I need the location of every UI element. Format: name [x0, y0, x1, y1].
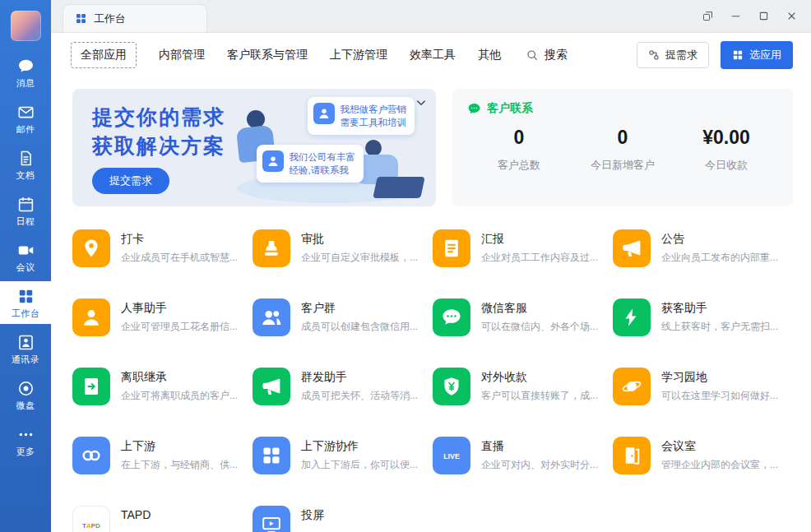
app-desc: 企业可将离职成员的客户... — [121, 389, 238, 403]
app-item-supply-chain-collab[interactable]: 上下游协作加入上下游后，你可以便... — [253, 437, 433, 474]
request-button[interactable]: 提需求 — [637, 42, 709, 68]
app-item-report[interactable]: 汇报企业对员工工作内容及过... — [433, 229, 613, 267]
sidebar-item-mail[interactable]: 邮件 — [0, 97, 51, 140]
app-desc: 管理企业内部的会议室，... — [661, 458, 778, 472]
app-text: 公告企业向员工发布的内部重... — [661, 229, 778, 267]
select-app-button[interactable]: 选应用 — [721, 41, 793, 69]
stat-new-customers[interactable]: 0今日新增客户 — [571, 127, 674, 173]
app-item-supply-chain[interactable]: 上下游在上下游，与经销商、供... — [72, 437, 253, 474]
submit-request-button[interactable]: 提交需求 — [92, 168, 169, 194]
doc-transfer-icon — [72, 368, 110, 405]
close-icon[interactable] — [778, 3, 804, 28]
people-icon — [253, 298, 290, 336]
stat-total-customers[interactable]: 0客户总数 — [467, 127, 571, 173]
megaphone-icon — [253, 368, 290, 405]
filter-tab-internal-management[interactable]: 内部管理 — [159, 48, 205, 62]
avatar[interactable] — [11, 11, 41, 41]
minimize-icon[interactable] — [722, 3, 748, 28]
search-icon — [526, 49, 539, 62]
megaphone-icon — [613, 229, 651, 267]
popout-icon[interactable] — [694, 3, 721, 28]
stat-value: 0 — [571, 127, 674, 149]
app-item-screen-cast[interactable]: 投屏 — [253, 506, 433, 532]
tab-workbench[interactable]: 工作台 — [63, 4, 207, 32]
app-item-payment[interactable]: 对外收款客户可以直接转账了，成... — [433, 368, 613, 405]
app-name: 汇报 — [481, 232, 598, 246]
app-text: TAPD — [121, 506, 151, 532]
person-icon — [72, 298, 110, 336]
app-desc: 企业对员工工作内容及过... — [481, 251, 598, 265]
app-item-hr-assistant[interactable]: 人事助手企业可管理员工花名册信... — [72, 298, 253, 336]
app-item-resign-handover[interactable]: 离职继承企业可将离职成员的客户... — [72, 368, 253, 405]
svg-text:LIVE: LIVE — [443, 452, 460, 460]
app-text: 会议室管理企业内部的会议室，... — [661, 437, 778, 474]
chevron-down-icon[interactable] — [414, 95, 429, 110]
app-desc: 加入上下游后，你可以便... — [301, 458, 418, 472]
app-item-lead-assistant[interactable]: 获客助手线上获客时，客户无需扫... — [613, 298, 793, 336]
app-item-group-send[interactable]: 群发助手成员可把关怀、活动等消... — [253, 368, 433, 405]
app-name: 客户群 — [301, 301, 418, 315]
app-text: 审批企业可自定义审批模板，... — [301, 229, 418, 267]
app-item-announcement[interactable]: 公告企业向员工发布的内部重... — [613, 229, 793, 267]
app-desc: 成员可把关怀、活动等消... — [301, 389, 418, 403]
app-name: TAPD — [121, 508, 151, 522]
sidebar-item-meeting[interactable]: 会议 — [0, 235, 51, 278]
filter-tab-customer-management[interactable]: 客户联系与管理 — [227, 48, 308, 62]
lightning-icon — [613, 298, 651, 336]
filter-tab-all-apps[interactable]: 全部应用 — [71, 42, 137, 68]
calendar-icon — [17, 196, 35, 213]
sidebar-item-docs[interactable]: 文档 — [0, 143, 51, 186]
app-text: 汇报企业对员工工作内容及过... — [481, 229, 598, 267]
customer-contact-header[interactable]: 客户联系 — [467, 101, 778, 116]
planet-icon — [613, 368, 651, 405]
app-item-clock-in[interactable]: 打卡企业成员可在手机或智慧... — [72, 229, 253, 267]
app-text: 获客助手线上获客时，客户无需扫... — [661, 298, 778, 336]
app-item-live[interactable]: LIVE直播企业可对内、对外实时分... — [433, 437, 613, 474]
stat-value: ¥0.00 — [674, 127, 778, 149]
main-area: 工作台 全部应用内部管理客户联系与管理上下游管理效率工具其他 搜索 提需求 选应 — [51, 0, 811, 532]
sidebar-item-label: 邮件 — [16, 124, 35, 134]
app-text: 离职继承企业可将离职成员的客户... — [121, 368, 238, 405]
chat-icon — [17, 58, 35, 75]
filter-tab-others[interactable]: 其他 — [478, 48, 501, 62]
app-name: 上下游 — [121, 439, 238, 453]
sidebar-item-messages[interactable]: 消息 — [0, 51, 51, 94]
select-app-button-label: 选应用 — [749, 48, 781, 62]
app-item-approval[interactable]: 审批企业可自定义审批模板，... — [253, 229, 433, 267]
stat-today-income[interactable]: ¥0.00今日收款 — [674, 127, 778, 173]
app-name: 直播 — [481, 439, 598, 453]
app-name: 审批 — [301, 232, 418, 246]
chat-bubble-1: 我想做客户营销需要工具和培训 — [308, 97, 415, 135]
hero-row: 提交你的需求 获取解决方案 提交需求 我想做客户营销需要工具和培训 — [72, 89, 793, 206]
sidebar-item-schedule[interactable]: 日程 — [0, 189, 51, 232]
sidebar-item-contacts[interactable]: 通讯录 — [0, 327, 51, 370]
filter-tab-efficiency-tools[interactable]: 效率工具 — [410, 48, 456, 62]
person-icon — [262, 150, 284, 172]
filter-tab-supply-chain-management[interactable]: 上下游管理 — [330, 48, 387, 62]
location-pin-icon — [72, 229, 110, 267]
doc-icon — [17, 150, 35, 167]
app-grid: 打卡企业成员可在手机或智慧...审批企业可自定义审批模板，...汇报企业对员工工… — [72, 229, 793, 532]
app-text: 上下游协作加入上下游后，你可以便... — [301, 437, 418, 474]
promo-banner: 提交你的需求 获取解决方案 提交需求 我想做客户营销需要工具和培训 — [72, 89, 436, 206]
sidebar-item-more[interactable]: 更多 — [0, 419, 51, 462]
app-item-tapd[interactable]: TAPDTAPD — [72, 506, 253, 532]
app-desc: 企业向员工发布的内部重... — [661, 251, 778, 265]
wecom-window: 消息邮件文档日程会议工作台通讯录微盘更多 工作台 全部应用内部管理客户联系与管理… — [0, 0, 811, 532]
chat-bubble-icon — [467, 102, 481, 116]
maximize-icon[interactable] — [750, 3, 776, 28]
more-icon — [17, 426, 35, 443]
search-control[interactable]: 搜索 — [526, 48, 568, 62]
app-item-customer-group[interactable]: 客户群成员可以创建包含微信用... — [253, 298, 433, 336]
svg-text:TAPD: TAPD — [82, 522, 100, 530]
app-item-learning[interactable]: 学习园地可以在这里学习如何做好... — [613, 368, 793, 405]
bubble-text: 我们公司有丰富经验,请联系我 — [290, 150, 356, 177]
app-item-meeting-room[interactable]: 会议室管理企业内部的会议室，... — [613, 437, 793, 474]
sidebar-item-drive[interactable]: 微盘 — [0, 373, 51, 416]
app-desc: 可以在微信内、外各个场... — [481, 320, 598, 334]
sidebar-item-workbench[interactable]: 工作台 — [0, 281, 51, 324]
search-label: 搜索 — [545, 48, 568, 62]
app-name: 会议室 — [661, 439, 778, 453]
app-item-wechat-service[interactable]: 微信客服可以在微信内、外各个场... — [433, 298, 613, 336]
app-text: 群发助手成员可把关怀、活动等消... — [301, 368, 418, 405]
